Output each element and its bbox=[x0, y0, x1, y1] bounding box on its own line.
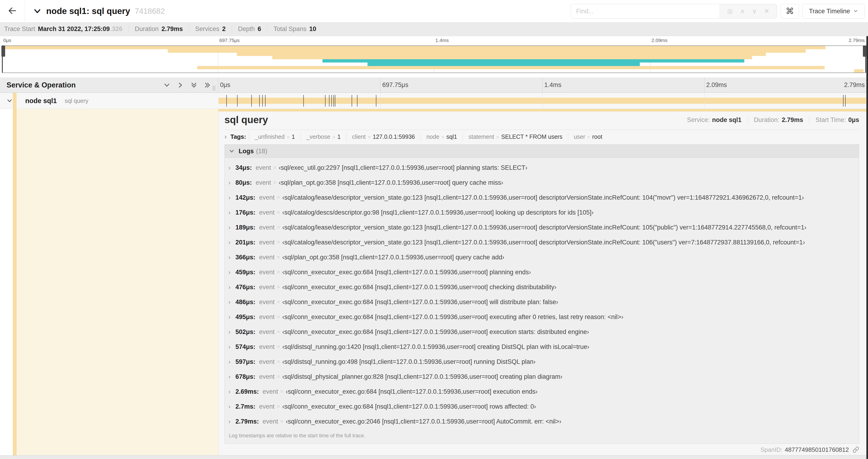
log-row[interactable]: ›201μs:event=‹sql/catalog/lease/descript… bbox=[225, 235, 859, 250]
detail-content: sql query Service:node sql1Duration:2.79… bbox=[224, 111, 859, 455]
log-tick-mark bbox=[335, 95, 335, 107]
minimap-span-bar bbox=[168, 49, 806, 53]
span-row-name-column: node sql1 sql query bbox=[0, 93, 218, 109]
tag-item: client=127.0.0.1:59936 bbox=[346, 132, 421, 141]
logs-footnote: Log timestamps are relative to the start… bbox=[225, 429, 859, 444]
log-row[interactable]: ›502μs:event=‹sql/conn_executor_exec.go:… bbox=[225, 324, 859, 339]
log-row[interactable]: ›176μs:event=‹sql/catalog/descs/descript… bbox=[225, 205, 859, 220]
collapse-trace-header-icon[interactable] bbox=[33, 7, 41, 15]
span-row[interactable]: node sql1 sql query bbox=[0, 93, 868, 109]
chevron-down-icon[interactable]: ∨ bbox=[752, 7, 757, 15]
log-row[interactable]: ›80μs:event=‹sql/plan_opt.go:358 [nsql1,… bbox=[225, 175, 859, 190]
expand-all-icon[interactable] bbox=[204, 81, 211, 89]
minimap-left-scrubber[interactable] bbox=[2, 46, 3, 72]
log-tick-mark bbox=[845, 95, 846, 107]
ruler-tick-label: 1.4ms bbox=[542, 77, 562, 93]
log-row[interactable]: ›495μs:event=‹sql/conn_executor_exec.go:… bbox=[225, 309, 859, 324]
deep-link-icon[interactable] bbox=[852, 447, 859, 453]
trace-summary-item: Depth6 bbox=[232, 25, 267, 33]
minimap-span-bar bbox=[368, 63, 640, 66]
ruler-tick-label: 1.4ms bbox=[434, 38, 449, 43]
ruler-tick-label: 2.09ms bbox=[650, 38, 668, 43]
log-tick-mark bbox=[331, 95, 332, 107]
minimap-span-bar bbox=[237, 53, 766, 56]
collapse-all-icon[interactable] bbox=[190, 81, 197, 89]
minimap-span-bar bbox=[322, 59, 744, 63]
trace-summary-item: Services2 bbox=[189, 25, 232, 33]
ruler-tick-label: 0μs bbox=[218, 77, 230, 93]
timeline-gridline bbox=[704, 93, 705, 109]
trace-summary-item: Total Spans10 bbox=[267, 25, 322, 33]
minimap-span-bar bbox=[272, 56, 752, 59]
logs-accordion: Logs (18) ›34μs:event=‹sql/exec_util.go:… bbox=[224, 144, 859, 444]
trace-summary-bar: Trace StartMarch 31 2022, 17:25:09.326Du… bbox=[0, 22, 868, 36]
span-operation-name: sql query bbox=[65, 97, 88, 104]
clear-icon[interactable]: ✕ bbox=[764, 7, 770, 15]
log-tick-mark bbox=[226, 95, 227, 107]
tag-item: node=sql1 bbox=[421, 132, 463, 141]
vertical-scrollbar[interactable] bbox=[866, 36, 868, 459]
ruler-tick-label: 2.79ms bbox=[849, 38, 865, 43]
detail-meta-item: Service:node sql1 bbox=[681, 117, 748, 124]
trace-view-select[interactable]: Trace Timeline bbox=[802, 4, 865, 19]
log-row[interactable]: ›2.69ms:event=‹sql/conn_executor_exec.go… bbox=[225, 384, 859, 399]
detail-header: sql query Service:node sql1Duration:2.79… bbox=[224, 114, 859, 126]
log-row[interactable]: ›2.79ms:event=‹sql/conn_executor_exec.go… bbox=[225, 414, 859, 429]
span-row-timeline bbox=[218, 93, 866, 109]
log-tick-mark bbox=[251, 95, 252, 107]
log-row[interactable]: ›34μs:event=‹sql/exec_util.go:2297 [nsql… bbox=[225, 160, 859, 175]
log-tick-mark bbox=[329, 95, 330, 107]
timeline-gridline bbox=[542, 93, 542, 109]
log-tick-mark bbox=[357, 95, 358, 107]
trace-title-group: node sql1: sql query 7418682 bbox=[33, 0, 165, 22]
timeline-header-icons bbox=[163, 81, 218, 89]
log-row[interactable]: ›574μs:event=‹sql/distsql_running.go:142… bbox=[225, 339, 859, 354]
service-operation-title: Service & Operation bbox=[0, 81, 163, 89]
keyboard-shortcuts-button[interactable]: ⌘ bbox=[781, 4, 799, 19]
span-detail-title: sql query bbox=[224, 114, 268, 126]
log-row[interactable]: ›476μs:event=‹sql/conn_executor_exec.go:… bbox=[225, 280, 859, 295]
spanid-label: SpanID: bbox=[761, 446, 782, 453]
minimap-right-scrubber[interactable] bbox=[865, 46, 866, 72]
minimap-canvas[interactable] bbox=[2, 45, 866, 73]
tag-item: _unfinished=1 bbox=[249, 132, 301, 141]
collapse-one-icon[interactable] bbox=[163, 81, 170, 89]
expand-one-icon[interactable] bbox=[177, 81, 184, 89]
timeline-minimap: 0μs697.75μs1.4ms2.09ms2.79ms bbox=[0, 36, 868, 77]
log-tick-mark bbox=[262, 95, 263, 107]
trace-summary-item: Duration2.79ms bbox=[129, 25, 189, 33]
trace-view-select-label: Trace Timeline bbox=[809, 8, 850, 15]
log-row[interactable]: ›366μs:event=‹sql/plan_opt.go:358 [nsql1… bbox=[225, 250, 859, 265]
span-detail-panel: sql query Service:node sql1Duration:2.79… bbox=[218, 109, 868, 455]
logs-header[interactable]: Logs (18) bbox=[225, 144, 859, 158]
tags-label: Tags: bbox=[230, 133, 246, 140]
log-row[interactable]: ›678μs:event=‹sql/distsql_physical_plann… bbox=[225, 369, 859, 384]
locate-icon[interactable]: ◎ bbox=[727, 7, 733, 15]
command-icon: ⌘ bbox=[786, 6, 794, 16]
log-row[interactable]: ›189μs:event=‹sql/catalog/lease/descript… bbox=[225, 220, 859, 235]
timeline-header: Service & Operation 0μs697.75μs1.4ms2.09… bbox=[0, 77, 868, 93]
log-row[interactable]: ›459μs:event=‹sql/conn_executor_exec.go:… bbox=[225, 265, 859, 280]
chevron-up-icon[interactable]: ∧ bbox=[740, 7, 745, 15]
ruler-tick-label: 697.75μs bbox=[380, 77, 408, 93]
minimap-right-handle[interactable] bbox=[863, 45, 867, 57]
back-button[interactable] bbox=[0, 0, 25, 22]
service-color-stripe bbox=[13, 93, 17, 109]
arrow-left-icon bbox=[7, 6, 17, 17]
log-tick-mark bbox=[259, 95, 260, 107]
minimap-left-handle[interactable] bbox=[1, 45, 5, 57]
log-row[interactable]: ›142μs:event=‹sql/catalog/lease/descript… bbox=[225, 190, 859, 205]
log-row[interactable]: ›2.7ms:event=‹sql/conn_executor_exec.go:… bbox=[225, 399, 859, 414]
logs-list: ›34μs:event=‹sql/exec_util.go:2297 [nsql… bbox=[225, 158, 859, 429]
detail-span-bar bbox=[218, 109, 866, 111]
column-resize-handle[interactable] bbox=[213, 86, 215, 91]
find-input[interactable] bbox=[571, 4, 720, 18]
tags-accordion[interactable]: › Tags: _unfinished=1_verbose=1client=12… bbox=[224, 130, 859, 143]
timeline-header-left: Service & Operation bbox=[0, 77, 218, 93]
log-row[interactable]: ›486μs:event=‹sql/conn_executor_exec.go:… bbox=[225, 295, 859, 309]
log-row[interactable]: ›597μs:event=‹sql/distsql_running.go:498… bbox=[225, 354, 859, 369]
log-tick-mark bbox=[325, 95, 326, 107]
next-row-edge bbox=[0, 455, 868, 459]
span-collapse-icon[interactable] bbox=[6, 98, 12, 104]
log-tick-mark bbox=[265, 95, 266, 107]
